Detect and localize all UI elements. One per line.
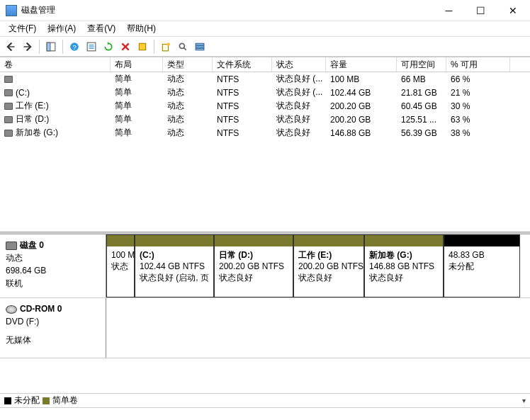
col-free[interactable]: 可用空间 (397, 57, 446, 72)
svg-rect-8 (139, 43, 145, 50)
partition[interactable]: 日常 (D:)200.20 GB NTFS状态良好 (214, 234, 293, 297)
col-layout[interactable]: 布局 (111, 57, 163, 72)
svg-point-10 (167, 42, 170, 46)
vol-layout: 简单 (111, 72, 163, 86)
volume-icon (4, 103, 13, 110)
partition-bar (294, 235, 363, 246)
vol-type: 动态 (163, 113, 213, 126)
cdrom-label: CD-ROM 0 (20, 304, 62, 314)
menu-file[interactable]: 文件(F) (3, 21, 42, 36)
table-row[interactable]: (C:)简单动态NTFS状态良好 (...102.44 GB21.81 GB21… (0, 86, 530, 99)
vol-name: 日常 (D:) (16, 114, 49, 124)
table-row[interactable]: 简单动态NTFS状态良好 (...100 MB66 MB66 % (0, 72, 530, 86)
vol-pct: 30 % (446, 101, 510, 112)
volume-icon (4, 116, 13, 123)
cdrom-drive: DVD (F:) (6, 315, 100, 328)
refresh-icon[interactable] (101, 39, 116, 55)
cdrom-partitions (106, 298, 530, 358)
menu-view[interactable]: 查看(V) (81, 21, 121, 36)
legend-simple-swatch (43, 397, 50, 404)
partition[interactable]: 100 M状态 (106, 234, 135, 297)
back-button[interactable] (3, 39, 18, 55)
scroll-down-icon[interactable]: ▾ (522, 397, 526, 404)
disk-0-row[interactable]: 磁盘 0 动态 698.64 GB 联机 100 M状态(C:)102.44 G… (0, 234, 530, 298)
vol-fs: NTFS (213, 101, 272, 112)
partition-bar (365, 235, 443, 246)
vol-type: 动态 (163, 72, 213, 86)
partition-text: 48.83 GB未分配 (444, 246, 519, 275)
settings-icon[interactable] (135, 39, 150, 55)
col-fs[interactable]: 文件系统 (213, 57, 272, 72)
svg-text:?: ? (72, 43, 76, 50)
partition[interactable]: 新加卷 (G:)146.88 GB NTFS状态良好 (364, 234, 444, 297)
vol-status: 状态良好 (... (272, 86, 326, 99)
graphical-view: 磁盘 0 动态 698.64 GB 联机 100 M状态(C:)102.44 G… (0, 234, 530, 393)
vol-capacity: 146.88 GB (326, 127, 397, 139)
table-row[interactable]: 工作 (E:)简单动态NTFS状态良好200.20 GB60.45 GB30 % (0, 99, 530, 113)
partition[interactable]: (C:)102.44 GB NTFS状态良好 (启动, 页 (135, 234, 214, 297)
table-row[interactable]: 新加卷 (G:)简单动态NTFS状态良好146.88 GB56.39 GB38 … (0, 126, 530, 140)
col-status[interactable]: 状态 (272, 57, 326, 72)
vol-free: 21.81 GB (397, 87, 446, 98)
volume-list-header: 卷 布局 类型 文件系统 状态 容量 可用空间 % 可用 (0, 57, 530, 72)
col-capacity[interactable]: 容量 (326, 57, 397, 72)
vol-name: 新加卷 (G:) (16, 127, 58, 137)
partition[interactable]: 工作 (E:)200.20 GB NTFS状态良好 (293, 234, 364, 297)
col-type[interactable]: 类型 (163, 57, 213, 72)
vol-name: 工作 (E:) (16, 101, 49, 110)
close-button[interactable]: ✕ (497, 1, 529, 21)
vol-free: 56.39 GB (397, 127, 446, 139)
volume-icon (4, 130, 13, 137)
vol-layout: 简单 (111, 126, 163, 140)
vol-status: 状态良好 (272, 126, 326, 140)
show-hide-tree-button[interactable] (43, 39, 59, 55)
help-icon[interactable]: ? (67, 39, 82, 55)
cdrom-info: CD-ROM 0 DVD (F:) 无媒体 (0, 298, 106, 358)
search-icon[interactable] (175, 39, 191, 55)
table-row[interactable]: 日常 (D:)简单动态NTFS状态良好200.20 GB125.51 ...63… (0, 113, 530, 126)
vol-layout: 简单 (111, 99, 163, 113)
vol-layout: 简单 (111, 113, 163, 126)
partition-text: 日常 (D:)200.20 GB NTFS状态良好 (215, 246, 293, 287)
volume-icon (4, 76, 13, 83)
forward-button[interactable] (20, 39, 35, 55)
new-icon[interactable] (158, 39, 174, 55)
partition-bar (444, 235, 519, 246)
maximize-button[interactable]: ☐ (465, 1, 497, 21)
menu-help[interactable]: 帮助(H) (121, 21, 162, 36)
legend-simple-label: 简单卷 (52, 395, 78, 407)
vol-free: 125.51 ... (397, 114, 446, 125)
disk-0-type: 动态 (6, 251, 100, 264)
vol-fs: NTFS (213, 87, 272, 98)
titlebar: 磁盘管理 ─ ☐ ✕ (0, 0, 530, 21)
vol-status: 状态良好 (272, 99, 326, 113)
vol-type: 动态 (163, 126, 213, 140)
vol-fs: NTFS (213, 127, 272, 139)
vol-pct: 38 % (446, 127, 510, 139)
properties-icon[interactable] (84, 39, 99, 55)
cdrom-row[interactable]: CD-ROM 0 DVD (F:) 无媒体 (0, 298, 530, 358)
disk-0-state: 联机 (6, 277, 100, 290)
menu-action[interactable]: 操作(A) (42, 21, 81, 36)
disk-0-info: 磁盘 0 动态 698.64 GB 联机 (0, 234, 106, 297)
partition-text: 工作 (E:)200.20 GB NTFS状态良好 (294, 246, 363, 287)
vol-free: 60.45 GB (397, 101, 446, 112)
partition-bar (215, 235, 293, 246)
partition-text: 新加卷 (G:)146.88 GB NTFS状态良好 (365, 246, 443, 287)
vol-capacity: 200.20 GB (326, 101, 397, 112)
delete-icon[interactable] (118, 39, 133, 55)
list-icon[interactable] (192, 39, 208, 55)
svg-rect-13 (196, 43, 204, 45)
partition[interactable]: 48.83 GB未分配 (444, 234, 520, 297)
col-pct[interactable]: % 可用 (446, 57, 510, 72)
volume-list[interactable]: 简单动态NTFS状态良好 (...100 MB66 MB66 %(C:)简单动态… (0, 72, 530, 232)
svg-line-12 (184, 47, 186, 50)
partition-text: 100 M状态 (107, 246, 134, 275)
minimize-button[interactable]: ─ (433, 1, 465, 21)
volume-icon (4, 89, 13, 96)
col-volume[interactable]: 卷 (0, 57, 111, 72)
window-title: 磁盘管理 (21, 4, 433, 16)
disk-0-label: 磁盘 0 (20, 240, 44, 250)
vol-capacity: 200.20 GB (326, 114, 397, 125)
legend-unalloc-label: 未分配 (14, 395, 40, 407)
